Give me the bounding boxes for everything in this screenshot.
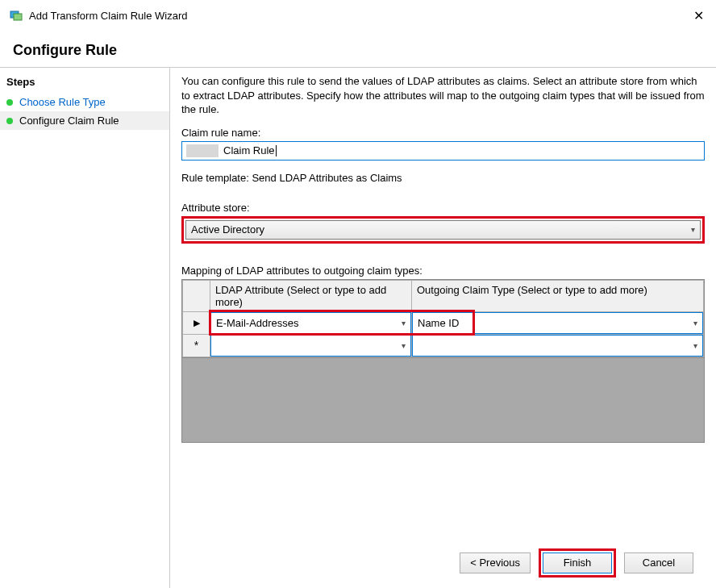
app-icon xyxy=(10,9,23,22)
svg-rect-1 xyxy=(14,14,22,20)
rule-template-text: Rule template: Send LDAP Attributes as C… xyxy=(181,172,705,184)
sidebar-header: Steps xyxy=(0,73,169,93)
row-marker: ▶ xyxy=(183,311,210,334)
table-row: * ▾ ▾ xyxy=(183,334,704,357)
rule-name-label: Claim rule name: xyxy=(181,127,705,139)
window-title: Add Transform Claim Rule Wizard xyxy=(29,10,690,22)
ldap-attribute-header: LDAP Attribute (Select or type to add mo… xyxy=(210,280,412,311)
mapping-table: LDAP Attribute (Select or type to add mo… xyxy=(182,280,704,357)
page-title: Configure Rule xyxy=(0,27,716,67)
finish-button[interactable]: Finish xyxy=(543,553,612,573)
previous-button-label: < Previous xyxy=(470,557,520,569)
step-dot-icon xyxy=(6,99,13,106)
chevron-down-icon: ▾ xyxy=(402,341,406,350)
sidebar-item-label: Choose Rule Type xyxy=(19,96,106,108)
sidebar-item-label: Configure Claim Rule xyxy=(19,115,119,127)
chevron-down-icon: ▾ xyxy=(693,341,697,350)
text-cursor-icon xyxy=(276,145,277,156)
sidebar: Steps Choose Rule Type Configure Claim R… xyxy=(0,68,169,588)
cancel-button-label: Cancel xyxy=(643,557,675,569)
mapping-label: Mapping of LDAP attributes to outgoing c… xyxy=(181,265,705,277)
content-area: Steps Choose Rule Type Configure Claim R… xyxy=(0,67,716,588)
cancel-button[interactable]: Cancel xyxy=(624,553,693,573)
ldap-attribute-cell[interactable]: E-Mail-Addresses ▾ xyxy=(210,311,412,334)
previous-button[interactable]: < Previous xyxy=(460,553,531,573)
table-empty-area xyxy=(182,357,704,442)
row-marker-header xyxy=(183,280,210,311)
button-bar: < Previous Finish Cancel xyxy=(181,536,705,588)
outgoing-claim-cell[interactable]: Name ID ▾ xyxy=(412,311,704,334)
main-panel: You can configure this rule to send the … xyxy=(169,68,716,588)
step-dot-icon xyxy=(6,118,13,124)
attribute-store-wrap: Active Directory ▾ xyxy=(181,216,705,244)
ldap-attribute-cell[interactable]: ▾ xyxy=(210,334,412,357)
row-marker: * xyxy=(183,334,210,357)
attribute-store-value: Active Directory xyxy=(191,223,264,236)
titlebar: Add Transform Claim Rule Wizard ✕ xyxy=(0,0,716,27)
attribute-store-dropdown[interactable]: Active Directory ▾ xyxy=(185,220,701,240)
placeholder-icon xyxy=(186,144,219,157)
chevron-down-icon: ▾ xyxy=(402,319,406,327)
outgoing-claim-header: Outgoing Claim Type (Select or type to a… xyxy=(412,280,704,311)
outgoing-claim-cell[interactable]: ▾ xyxy=(412,334,704,357)
rule-name-value: Claim Rule xyxy=(223,144,275,156)
chevron-down-icon: ▾ xyxy=(693,319,697,327)
table-row: ▶ E-Mail-Addresses ▾ Name ID ▾ xyxy=(183,311,704,334)
description-text: You can configure this rule to send the … xyxy=(181,74,705,117)
outgoing-claim-value: Name ID xyxy=(418,317,459,329)
highlight-attribute-store: Active Directory ▾ xyxy=(181,216,705,244)
rule-name-input[interactable]: Claim Rule xyxy=(181,141,705,161)
close-icon[interactable]: ✕ xyxy=(690,8,706,23)
sidebar-item-choose-rule-type[interactable]: Choose Rule Type xyxy=(0,93,169,111)
sidebar-item-configure-claim-rule[interactable]: Configure Claim Rule xyxy=(0,111,169,130)
mapping-table-container: LDAP Attribute (Select or type to add mo… xyxy=(181,279,705,443)
highlight-finish: Finish xyxy=(539,548,616,578)
chevron-down-icon: ▾ xyxy=(691,225,695,234)
ldap-attribute-value: E-Mail-Addresses xyxy=(216,317,299,329)
finish-button-label: Finish xyxy=(564,557,592,569)
attribute-store-label: Attribute store: xyxy=(181,202,705,214)
